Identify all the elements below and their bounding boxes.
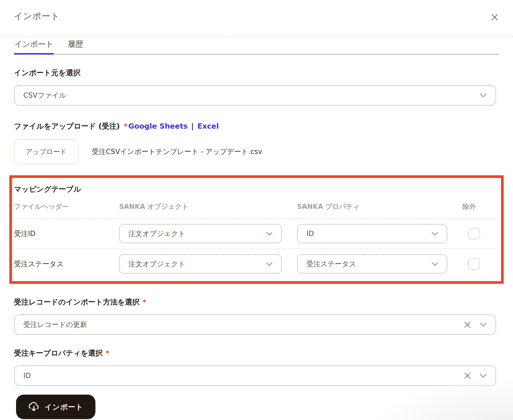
uploaded-filename: 受注CSVインポートテンプレート - アップデート.csv [92, 147, 262, 156]
mapping-row: 受注ステータス 注文オブジェクト 受注ステータス [14, 249, 496, 279]
upload-button[interactable]: アップロード [14, 139, 78, 164]
excel-link[interactable]: Excel [197, 122, 219, 130]
upload-label: ファイルをアップロード (受注) [14, 121, 120, 131]
upload-label-row: ファイルをアップロード (受注) * Google Sheets | Excel [14, 121, 496, 131]
clear-x-icon[interactable] [464, 372, 471, 379]
sanka-property-value: 受注ステータス [306, 259, 356, 269]
import-method-heading: 受注レコードのインポート方法を選択 * [14, 297, 496, 307]
import-method-value: 受注レコードの更新 [23, 320, 87, 329]
close-icon [491, 13, 498, 21]
key-property-heading: 受注キープロパティを選択 * [14, 348, 496, 358]
tab-history[interactable]: 履歴 [67, 37, 83, 54]
select-icons [464, 321, 487, 328]
dialog-header: インポート [0, 0, 513, 23]
sanka-property-value: ID [306, 230, 314, 238]
sanka-property-select[interactable]: 受注ステータス [297, 254, 447, 274]
column-file-header: ファイルヘッダー [14, 202, 119, 211]
chevron-down-icon [480, 93, 487, 97]
sanka-property-select[interactable]: ID [297, 224, 447, 243]
key-property-value: ID [23, 372, 31, 380]
source-heading: インポート元を選択 [14, 68, 496, 78]
exclude-checkbox[interactable] [468, 228, 480, 239]
mapping-table-heading: マッピングテーブル [14, 184, 496, 194]
import-button-label: インポート [45, 402, 83, 412]
close-button[interactable] [489, 12, 500, 23]
exclude-checkbox[interactable] [468, 258, 480, 270]
mapping-row: 受注ID 注文オブジェクト ID [14, 219, 496, 249]
import-source-value: CSVファイル [23, 91, 66, 100]
link-separator: | [191, 122, 194, 130]
cloud-download-icon [28, 401, 39, 412]
page-title: インポート [14, 10, 60, 22]
import-method-heading-text: 受注レコードのインポート方法を選択 [14, 297, 139, 307]
chevron-down-icon [432, 232, 438, 236]
chevron-down-icon [480, 323, 487, 327]
select-icons [464, 372, 487, 379]
mapping-table-header: ファイルヘッダー SANKA オブジェクト SANKA プロパティ 除外 [14, 194, 496, 218]
import-source-select[interactable]: CSVファイル [14, 85, 496, 106]
chevron-down-icon [432, 262, 438, 266]
key-property-heading-text: 受注キープロパティを選択 [14, 348, 103, 358]
clear-x-icon[interactable] [464, 321, 471, 328]
file-header-label: 受注ステータス [14, 259, 119, 269]
import-dialog: インポート インポート 履歴 インポート元を選択 CSVファイル ファイルをアッ… [0, 0, 513, 419]
import-button[interactable]: インポート [16, 395, 95, 419]
chevron-down-icon [266, 262, 273, 266]
chevron-down-icon [266, 232, 273, 236]
upload-row: アップロード 受注CSVインポートテンプレート - アップデート.csv [14, 139, 496, 164]
file-header-label: 受注ID [14, 229, 119, 238]
column-sanka-object: SANKA オブジェクト [119, 202, 297, 211]
chevron-down-icon [480, 374, 487, 378]
column-exclude: 除外 [463, 202, 496, 211]
sanka-object-value: 注文オブジェクト [128, 259, 185, 269]
mapping-highlight-box: マッピングテーブル ファイルヘッダー SANKA オブジェクト SANKA プロ… [9, 175, 504, 284]
google-sheets-link[interactable]: Google Sheets [128, 122, 188, 130]
dialog-body: インポート元を選択 CSVファイル ファイルをアップロード (受注) * Goo… [0, 68, 513, 164]
required-asterisk: * [124, 122, 128, 130]
required-asterisk: * [106, 349, 109, 357]
tab-bar: インポート 履歴 [14, 37, 499, 55]
sanka-object-select[interactable]: 注文オブジェクト [119, 254, 282, 274]
key-property-select[interactable]: ID [14, 365, 496, 386]
sanka-object-select[interactable]: 注文オブジェクト [119, 224, 282, 243]
sanka-object-value: 注文オブジェクト [128, 229, 185, 238]
column-sanka-property: SANKA プロパティ [297, 202, 463, 211]
required-asterisk: * [142, 298, 146, 306]
dialog-footer: 受注レコードのインポート方法を選択 * 受注レコードの更新 受注キープロパティを… [0, 297, 513, 419]
import-method-select[interactable]: 受注レコードの更新 [14, 314, 496, 335]
tab-import[interactable]: インポート [14, 37, 54, 54]
